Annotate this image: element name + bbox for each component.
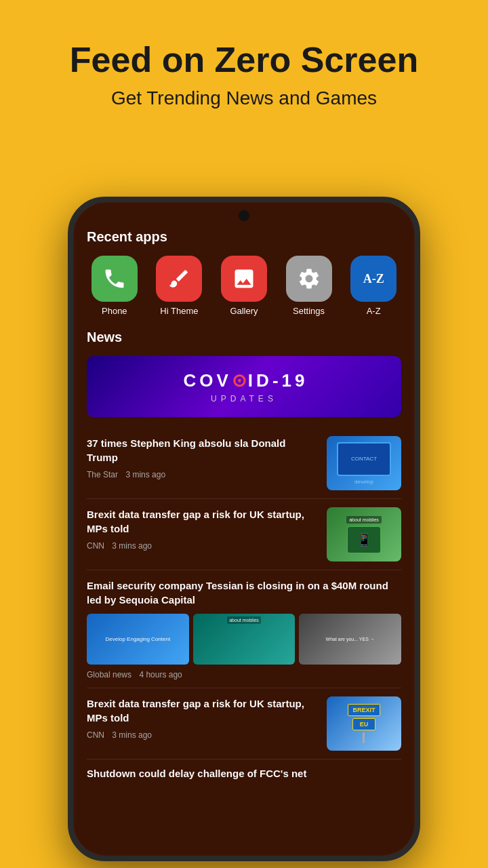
theme-app-label: Hi Theme — [160, 306, 198, 316]
phone-app-icon[interactable] — [92, 256, 138, 302]
eu-plate: EU — [352, 718, 376, 730]
news-meta-1: The Star 3 mins ago — [87, 470, 319, 479]
covid-v: V — [217, 370, 230, 391]
news-meta-4: CNN 3 mins ago — [87, 730, 319, 740]
news-headline-3: Email security company Tessian is closin… — [87, 578, 401, 607]
app-item-gallery[interactable]: Gallery — [216, 256, 272, 316]
news-time-2: 3 mins ago — [112, 541, 152, 551]
develop-text: develop — [354, 479, 373, 485]
theme-app-icon[interactable] — [156, 256, 202, 302]
contact-text: CONTACT — [351, 456, 377, 462]
news-source-2: CNN — [87, 541, 104, 551]
news-source-4: CNN — [87, 730, 104, 740]
monitor-shape: CONTACT — [337, 442, 391, 476]
settings-app-label: Settings — [293, 306, 325, 316]
news-text-1: 37 times Stephen King absolu sla Donald … — [87, 436, 319, 479]
covid-dot-icon: ⊙ — [232, 370, 247, 391]
news-img-3b: about mobiles — [193, 614, 296, 665]
phone-app-label: Phone — [102, 306, 127, 316]
settings-svg-icon — [297, 267, 321, 291]
covid-row: C O V ⊙ I D - 1 9 — [184, 370, 305, 391]
phone-svg-icon — [102, 267, 127, 291]
phone-frame: Recent apps Phone — [68, 197, 420, 861]
about-mobiles-label: about mobiles — [346, 516, 382, 524]
brexit-plate: BREXIT — [348, 704, 380, 716]
settings-app-icon[interactable] — [286, 256, 332, 302]
gallery-svg-icon — [232, 267, 256, 291]
covid-1: 1 — [282, 370, 293, 391]
news-item-2[interactable]: Brexit data transfer gap a risk for UK s… — [87, 499, 401, 570]
news-time-4: 3 mins ago — [112, 730, 152, 740]
news-thumb-2: about mobiles 📱 — [327, 507, 401, 561]
theme-inner — [167, 267, 190, 290]
brexit-sign: BREXIT EU — [348, 704, 380, 743]
covid-banner[interactable]: C O V ⊙ I D - 1 9 UPDATES — [87, 356, 401, 417]
news-text-4: Brexit data transfer gap a risk for UK s… — [87, 696, 319, 740]
news-thumb-1: CONTACT develop — [327, 436, 401, 490]
covid-i: I — [248, 370, 255, 391]
news-images-row: Develop Engaging Content about mobiles W… — [87, 614, 401, 665]
news-thumb-4: BREXIT EU — [327, 696, 401, 751]
recent-apps-title: Recent apps — [87, 229, 401, 245]
news-headline-5: Shutdown could delay challenge of FCC's … — [87, 768, 401, 779]
img3c-text: What are you... YES → — [324, 635, 377, 644]
news-item-3[interactable]: Email security company Tessian is closin… — [87, 570, 401, 688]
side-button — [419, 450, 420, 491]
phone-shape: 📱 — [347, 526, 381, 553]
thumb2-inner: about mobiles 📱 — [342, 512, 386, 557]
az-inner: A-Z — [363, 272, 384, 286]
news-source-1: The Star — [87, 470, 118, 479]
app-item-phone[interactable]: Phone — [87, 256, 142, 316]
news-headline-4: Brexit data transfer gap a risk for UK s… — [87, 696, 319, 725]
gallery-app-label: Gallery — [230, 306, 258, 316]
main-title: Feed on Zero Screen — [27, 41, 461, 79]
img3a-text: Develop Engaging Content — [103, 633, 174, 645]
news-headline-1: 37 times Stephen King absolu sla Donald … — [87, 436, 319, 465]
app-item-settings[interactable]: Settings — [281, 256, 337, 316]
img3b-text: about mobiles — [227, 616, 261, 624]
app-item-az[interactable]: A-Z A-Z — [346, 256, 401, 316]
az-app-icon[interactable]: A-Z — [350, 256, 396, 302]
news-img-3c: What are you... YES → — [299, 614, 401, 665]
covid-o: O — [199, 370, 215, 391]
news-meta-3: Global news 4 hours ago — [87, 670, 401, 679]
covid-dash: - — [272, 370, 281, 391]
recent-apps-section: Recent apps Phone — [87, 229, 401, 316]
phone-container: Recent apps Phone — [68, 197, 420, 861]
news-time-1: 3 mins ago — [125, 470, 165, 479]
news-img-3a: Develop Engaging Content — [87, 614, 189, 665]
covid-d: D — [256, 370, 271, 391]
phone-screen: Recent apps Phone — [73, 202, 415, 856]
az-app-label: A-Z — [367, 306, 381, 316]
thumb1-inner: CONTACT develop — [331, 437, 396, 490]
covid-c: C — [184, 370, 199, 391]
news-section-title: News — [87, 330, 401, 345]
paintbrush-svg — [167, 267, 190, 290]
sign-pole — [363, 732, 365, 743]
news-item-1[interactable]: 37 times Stephen King absolu sla Donald … — [87, 428, 401, 499]
news-section: News C O V ⊙ I D - 1 9 — [87, 330, 401, 787]
apps-row: Phone Hi Theme — [87, 256, 401, 316]
news-meta-2: CNN 3 mins ago — [87, 541, 319, 551]
news-text-2: Brexit data transfer gap a risk for UK s… — [87, 507, 319, 551]
app-item-theme[interactable]: Hi Theme — [152, 256, 207, 316]
news-source-3: Global news — [87, 670, 131, 679]
covid-9: 9 — [295, 370, 304, 391]
news-time-3: 4 hours ago — [139, 670, 182, 679]
news-item-5[interactable]: Shutdown could delay challenge of FCC's … — [87, 760, 401, 787]
covid-updates: UPDATES — [211, 394, 277, 403]
sub-title: Get Trending News and Games — [27, 87, 461, 109]
news-headline-2: Brexit data transfer gap a risk for UK s… — [87, 507, 319, 536]
covid-inner: C O V ⊙ I D - 1 9 UPDATES — [184, 370, 305, 403]
gallery-app-icon[interactable] — [221, 256, 267, 302]
header-section: Feed on Zero Screen Get Trending News an… — [0, 0, 488, 130]
news-item-4[interactable]: Brexit data transfer gap a risk for UK s… — [87, 688, 401, 760]
phone-emoji: 📱 — [357, 532, 371, 547]
